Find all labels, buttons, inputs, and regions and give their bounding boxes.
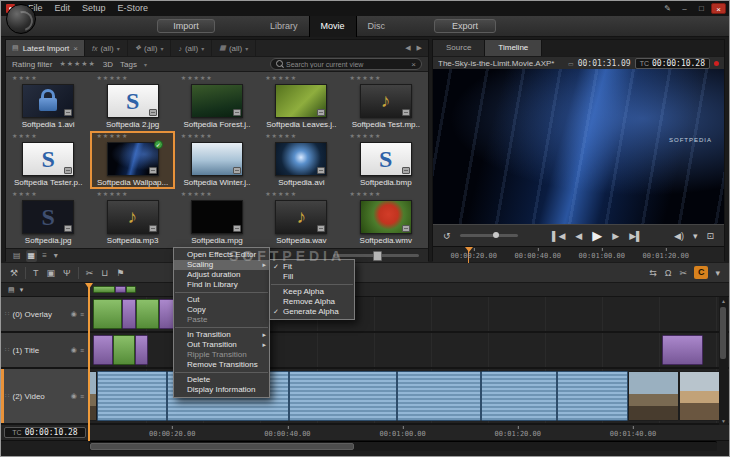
chevron-down-icon[interactable]: ▾ bbox=[690, 226, 701, 246]
scroll-up-icon[interactable]: ▲ bbox=[720, 298, 727, 304]
step-forward-button[interactable]: ▶ bbox=[609, 226, 622, 246]
clip-green[interactable] bbox=[126, 286, 136, 293]
library-item[interactable]: ★★★★★Softpedia.wmv bbox=[344, 189, 428, 247]
marker-icon[interactable]: ⚑ bbox=[115, 264, 125, 282]
audio-mixer-button[interactable]: C bbox=[694, 266, 709, 279]
clear-search-icon[interactable]: × bbox=[411, 60, 416, 69]
clip-photo[interactable] bbox=[89, 371, 97, 421]
video-viewport[interactable]: SOFTPEDIA bbox=[433, 69, 724, 224]
filter-tab-3[interactable]: ▦(all)▾ bbox=[212, 40, 256, 56]
library-item[interactable]: ★★★★★SSoftpedia.bmp bbox=[344, 131, 428, 189]
vscroll-thumb[interactable] bbox=[720, 307, 726, 359]
3d-filter[interactable]: 3D bbox=[103, 60, 113, 69]
library-item[interactable]: ★★★★★♪Softpedia Test.mp.. bbox=[344, 73, 428, 131]
track-header-0[interactable]: ∷(0) Overlay◉≡ bbox=[1, 297, 89, 331]
tags-filter[interactable]: Tags bbox=[120, 60, 137, 69]
menu-item-fill[interactable]: Fill bbox=[270, 272, 354, 282]
close-button[interactable]: × bbox=[711, 3, 726, 14]
track-header-2[interactable]: ∷(2) Video◉≡ bbox=[1, 369, 89, 423]
player-ruler[interactable]: 00:00:20.0000:00:40.0000:01:00.0000:01:2… bbox=[433, 246, 724, 262]
menu-item-find-in-library[interactable]: Find in Library bbox=[174, 280, 269, 290]
rating-stars[interactable]: ★★★★★ bbox=[59, 60, 95, 68]
track-header-1[interactable]: ∷(1) Title◉≡ bbox=[1, 333, 89, 367]
snapshot-icon[interactable]: ▣ bbox=[46, 264, 57, 282]
wand-icon[interactable]: ✎ bbox=[660, 3, 675, 14]
monitor-eye-icon[interactable]: ◉ bbox=[71, 392, 77, 400]
monitor-eye-icon[interactable]: ◉ bbox=[71, 346, 77, 354]
tab-movie[interactable]: Movie bbox=[309, 16, 357, 37]
menu-item-remove-alpha[interactable]: Remove Alpha bbox=[270, 297, 354, 307]
tab-source[interactable]: Source bbox=[433, 40, 485, 56]
clip-purple[interactable] bbox=[662, 335, 704, 365]
tab-timeline[interactable]: Timeline bbox=[485, 40, 542, 56]
clip-green[interactable] bbox=[93, 299, 122, 329]
library-item[interactable]: ★★★★★♪Softpedia.mp3 bbox=[90, 189, 174, 247]
clip-purple[interactable] bbox=[122, 299, 136, 329]
menu-item-scaling[interactable]: Scaling bbox=[174, 260, 269, 270]
clip-av[interactable] bbox=[289, 371, 398, 421]
import-button[interactable]: Import bbox=[157, 19, 215, 33]
clip-purple[interactable] bbox=[93, 335, 113, 365]
filter-tab-1[interactable]: ❖(all)▾ bbox=[128, 40, 172, 56]
library-item[interactable]: ★★★★★Softpedia Forest.j.. bbox=[175, 73, 259, 131]
razor-icon[interactable]: ✂ bbox=[85, 264, 95, 282]
menu-item-open-effects-editor[interactable]: Open Effects Editor bbox=[174, 250, 269, 260]
menu-setup[interactable]: Setup bbox=[76, 1, 112, 16]
timeline-ruler-scale[interactable]: 00:00:20.0000:00:40.0000:01:00.0000:01:2… bbox=[89, 425, 729, 440]
menu-edit[interactable]: Edit bbox=[49, 1, 77, 16]
menu-item-keep-alpha[interactable]: Keep Alpha bbox=[270, 287, 354, 297]
speaker-icon[interactable]: ◀) bbox=[671, 226, 687, 246]
maximize-button[interactable]: □ bbox=[694, 3, 709, 14]
collection-tab-latest-import[interactable]: ▤ Latest Import × bbox=[6, 40, 85, 56]
timeline-hscrollbar[interactable] bbox=[89, 441, 717, 451]
view-menu-icon[interactable]: ≡ bbox=[40, 250, 49, 262]
close-icon[interactable]: × bbox=[73, 44, 78, 53]
export-button[interactable]: Export bbox=[434, 19, 496, 33]
library-item[interactable]: ★★★★★Softpedia.mpg bbox=[175, 189, 259, 247]
monitor-eye-icon[interactable]: ◉ bbox=[71, 310, 77, 318]
voiceover-icon[interactable]: Ψ bbox=[62, 264, 72, 282]
library-item[interactable]: ★★★★★Softpedia Leaves.j.. bbox=[259, 73, 343, 131]
clip-av[interactable] bbox=[557, 371, 627, 421]
clip-av[interactable] bbox=[481, 371, 558, 421]
track-menu-icon[interactable]: ≡ bbox=[80, 311, 84, 318]
view-list-icon[interactable]: ▤ bbox=[11, 250, 23, 262]
tc-value[interactable]: 00:00:10.28 bbox=[652, 59, 705, 68]
filter-tab-2[interactable]: ♪(all)▾ bbox=[171, 40, 212, 56]
hscroll-thumb[interactable] bbox=[90, 443, 354, 450]
library-item[interactable]: ★★★★SSoftpedia Tester.p.. bbox=[6, 131, 90, 189]
timeline-playhead[interactable] bbox=[88, 283, 90, 441]
menu-item-copy[interactable]: Copy bbox=[174, 305, 269, 315]
minimize-button[interactable]: – bbox=[677, 3, 692, 14]
prev-page-icon[interactable]: ◀ bbox=[403, 44, 412, 52]
clip-av[interactable] bbox=[397, 371, 480, 421]
step-back-button[interactable]: ◀ bbox=[572, 226, 585, 246]
menu-item-generate-alpha[interactable]: Generate Alpha bbox=[270, 307, 354, 317]
loop-icon[interactable]: ↺ bbox=[440, 226, 454, 246]
scroll-down-icon[interactable]: ▼ bbox=[720, 418, 727, 424]
filter-tab-0[interactable]: fx(all)▾ bbox=[85, 40, 128, 56]
library-item[interactable]: ★★★★★Softpedia Winter.j.. bbox=[175, 131, 259, 189]
menu-item-cut[interactable]: Cut bbox=[174, 295, 269, 305]
menu-item-fit[interactable]: Fit bbox=[270, 262, 354, 272]
next-page-icon[interactable]: ▶ bbox=[415, 44, 424, 52]
menu-item-remove-transitions[interactable]: Remove Transitions bbox=[174, 360, 269, 370]
title-tool-icon[interactable]: T bbox=[32, 264, 40, 282]
tab-disc[interactable]: Disc bbox=[357, 16, 397, 37]
search-input[interactable] bbox=[286, 61, 408, 68]
clip-green[interactable] bbox=[93, 286, 115, 293]
library-item[interactable]: ★★★★★✓Softpedia Wallpap... bbox=[90, 131, 174, 189]
trash-icon[interactable]: ⊔ bbox=[100, 264, 109, 282]
clip-photo[interactable] bbox=[628, 371, 679, 421]
clip-purple[interactable] bbox=[115, 286, 126, 293]
magnet-icon[interactable]: Ω bbox=[664, 264, 673, 282]
track-menu-icon[interactable]: ≡ bbox=[80, 393, 84, 400]
jump-start-button[interactable]: ▌◀ bbox=[549, 226, 568, 246]
jump-end-button[interactable]: ▶▌ bbox=[626, 226, 645, 246]
library-item[interactable]: ★★★★Softpedia 1.avi bbox=[6, 73, 90, 131]
volume-slider[interactable] bbox=[460, 234, 518, 237]
chevron-down-icon[interactable]: ▾ bbox=[714, 264, 721, 282]
tab-library[interactable]: Library bbox=[259, 16, 309, 37]
thumbnail-size-slider[interactable] bbox=[333, 254, 419, 257]
menu-item-adjust-duration[interactable]: Adjust duration bbox=[174, 270, 269, 280]
